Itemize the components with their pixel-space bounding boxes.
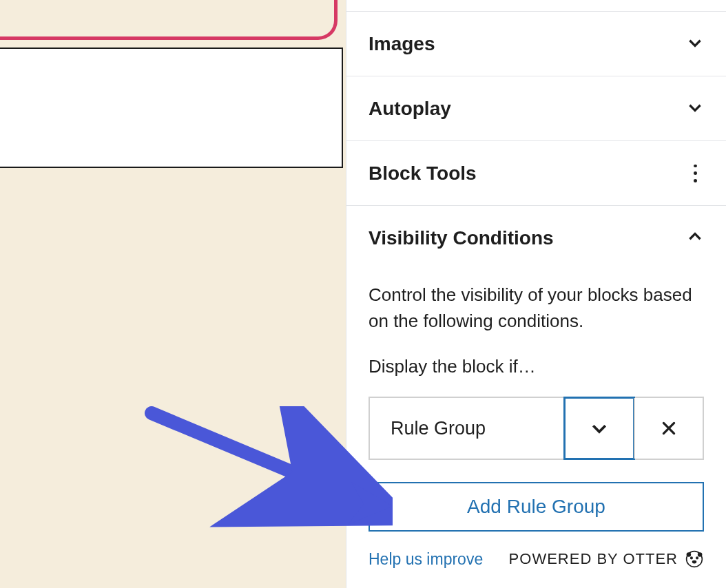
panel-autoplay-title: Autoplay [369, 98, 451, 120]
chevron-up-icon [686, 228, 704, 249]
rule-group-label: Rule Group [370, 398, 565, 459]
kebab-menu-icon[interactable] [686, 165, 704, 182]
panel-images[interactable]: Images [346, 11, 726, 76]
panel-visibility-title: Visibility Conditions [369, 227, 554, 249]
svg-point-4 [696, 557, 698, 560]
svg-point-7 [698, 553, 703, 558]
svg-point-6 [687, 553, 692, 558]
panel-images-title: Images [369, 33, 435, 55]
settings-sidebar: Images Autoplay Block Tools Visibility C… [346, 0, 726, 588]
selected-block-outline[interactable] [0, 0, 338, 40]
rule-group-expand-button[interactable] [565, 398, 634, 459]
chevron-down-icon [686, 34, 704, 54]
add-rule-group-button[interactable]: Add Rule Group [369, 482, 704, 532]
rule-group-remove-button[interactable] [634, 398, 703, 459]
svg-point-5 [692, 560, 697, 564]
chevron-down-icon [686, 98, 704, 119]
panel-visibility-body: Control the visibility of your blocks ba… [346, 270, 726, 585]
panel-block-tools[interactable]: Block Tools [346, 140, 726, 205]
rule-group-row: Rule Group [369, 397, 704, 460]
sidebar-top-spacer [346, 0, 726, 11]
editor-canvas[interactable] [0, 0, 346, 588]
powered-by-label: POWERED BY OTTER [509, 549, 704, 569]
add-rule-group-label: Add Rule Group [467, 496, 605, 518]
panel-visibility-conditions[interactable]: Visibility Conditions [346, 205, 726, 270]
visibility-footer: Help us improve POWERED BY OTTER [369, 549, 704, 569]
visibility-description: Control the visibility of your blocks ba… [369, 282, 704, 334]
powered-by-text: POWERED BY OTTER [509, 550, 678, 568]
block-placeholder[interactable] [0, 48, 343, 168]
panel-block-tools-title: Block Tools [369, 162, 477, 185]
svg-point-3 [690, 557, 693, 560]
help-us-improve-link[interactable]: Help us improve [369, 550, 483, 569]
otter-logo-icon [685, 549, 704, 569]
visibility-sub-label: Display the block if… [369, 356, 704, 377]
panel-autoplay[interactable]: Autoplay [346, 76, 726, 140]
